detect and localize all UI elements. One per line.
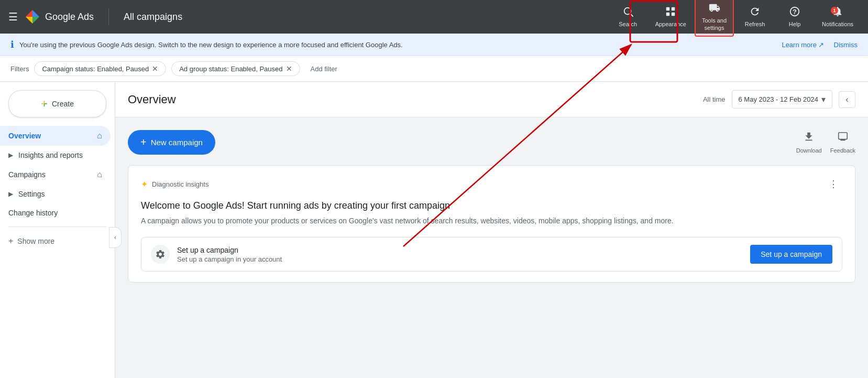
info-banner: ℹ You're using the previous Google Ads d… — [0, 34, 868, 56]
collapse-right-button[interactable]: ‹ — [839, 91, 855, 108]
date-range-button[interactable]: 6 May 2023 - 12 Feb 2024 ▾ — [732, 90, 833, 109]
download-label: Download — [796, 147, 822, 154]
sidebar-divider — [8, 226, 106, 227]
feedback-label: Feedback — [830, 147, 855, 154]
tools-icon — [709, 2, 720, 16]
sidebar-item-campaigns[interactable]: Campaigns ⌂ — [0, 165, 111, 185]
setup-text: Set up a campaign Set up a campaign in y… — [177, 246, 282, 263]
sparkle-icon: ✦ — [141, 179, 148, 189]
create-plus-icon: + — [41, 97, 48, 111]
content-body: + New campaign Download — [115, 117, 868, 295]
setup-subtitle: Set up a campaign in your account — [177, 255, 282, 263]
top-navigation: ☰ Google Ads All campaigns — [0, 0, 868, 34]
sidebar-item-change-history-left: Change history — [8, 209, 58, 217]
svg-rect-7 — [672, 13, 675, 16]
collapse-sidebar-button[interactable]: ‹ — [109, 227, 122, 248]
nav-left: ☰ Google Ads All campaigns — [8, 8, 609, 25]
show-more-button[interactable]: + Show more — [0, 231, 115, 251]
notifications-button[interactable]: 1 Notifications — [816, 2, 860, 32]
appearance-button[interactable]: Appearance — [649, 2, 693, 32]
filters-bar: Filters Campaign status: Enabled, Paused… — [0, 56, 868, 82]
feedback-button[interactable]: Feedback — [830, 131, 855, 154]
setup-title: Set up a campaign — [177, 246, 282, 254]
overview-controls: All time 6 May 2023 - 12 Feb 2024 ▾ ‹ — [703, 90, 855, 109]
nav-divider — [108, 8, 109, 25]
more-options-button[interactable]: ⋮ — [825, 176, 842, 192]
learn-more-link[interactable]: Learn more ↗ — [782, 41, 824, 49]
download-icon — [803, 131, 815, 145]
sidebar-item-insights-left: ▶ Insights and reports — [8, 151, 83, 159]
add-filter-button[interactable]: Add filter — [305, 62, 343, 75]
tools-settings-button[interactable]: Tools andsettings — [695, 0, 734, 37]
svg-rect-4 — [666, 7, 669, 10]
ad-group-status-filter[interactable]: Ad group status: Enabled, Paused ✕ — [171, 61, 300, 76]
svg-rect-6 — [666, 13, 669, 16]
download-button[interactable]: Download — [796, 131, 822, 154]
overview-header: Overview All time 6 May 2023 - 12 Feb 20… — [115, 82, 868, 117]
insight-card: ✦ Diagnostic insights ⋮ Welcome to Googl… — [128, 165, 855, 283]
setup-campaign-button[interactable]: Set up a campaign — [750, 245, 832, 264]
main-layout: + Create Overview ⌂ ▶ Insights and repor… — [0, 82, 868, 378]
svg-rect-5 — [672, 7, 675, 10]
filters-label: Filters — [10, 65, 29, 73]
google-ads-logo: Google Ads — [24, 8, 94, 25]
overview-title: Overview — [128, 93, 176, 106]
sidebar-item-change-history[interactable]: Change history — [0, 203, 111, 222]
date-range-chevron-icon: ▾ — [821, 94, 826, 104]
dismiss-banner-button[interactable]: Dismiss — [834, 41, 858, 49]
search-label: Search — [619, 21, 637, 28]
sidebar-item-insights[interactable]: ▶ Insights and reports — [0, 146, 111, 165]
campaigns-home-icon: ⌂ — [97, 170, 102, 179]
action-icons: Download Feedback — [796, 131, 855, 154]
expand-insights-icon: ▶ — [8, 152, 13, 159]
content-area: Overview All time 6 May 2023 - 12 Feb 20… — [115, 82, 868, 378]
sidebar-item-overview-left: Overview — [8, 132, 41, 140]
notifications-icon: 1 — [832, 6, 843, 20]
sidebar-item-settings[interactable]: ▶ Settings — [0, 185, 111, 203]
all-time-label: All time — [703, 95, 726, 103]
campaign-status-filter[interactable]: Campaign status: Enabled, Paused ✕ — [34, 61, 166, 76]
collapse-sidebar-icon: ‹ — [114, 234, 116, 241]
create-label: Create — [52, 100, 74, 108]
action-row: + New campaign Download — [128, 130, 855, 155]
sidebar-wrapper: + Create Overview ⌂ ▶ Insights and repor… — [0, 82, 115, 378]
help-button[interactable]: ? Help — [776, 2, 814, 32]
sidebar-item-settings-left: ▶ Settings — [8, 190, 45, 198]
hamburger-menu-icon[interactable]: ☰ — [8, 10, 18, 23]
change-history-label: Change history — [8, 209, 58, 217]
refresh-icon — [749, 6, 761, 20]
svg-line-3 — [630, 14, 633, 16]
new-campaign-plus-icon: + — [140, 136, 147, 148]
refresh-button[interactable]: Refresh — [736, 2, 774, 32]
collapse-right-icon: ‹ — [845, 95, 848, 104]
insight-header-label: Diagnostic insights — [152, 180, 208, 188]
campaign-status-close-icon: ✕ — [152, 64, 158, 73]
create-button[interactable]: + Create — [8, 90, 106, 117]
home-icon: ⌂ — [97, 131, 102, 141]
settings-label: Settings — [18, 190, 45, 198]
new-campaign-button[interactable]: + New campaign — [128, 130, 215, 155]
campaign-status-label: Campaign status: Enabled, Paused — [42, 65, 149, 73]
date-range-value: 6 May 2023 - 12 Feb 2024 — [739, 95, 819, 103]
welcome-text: A campaign allows you to promote your pr… — [141, 215, 842, 226]
svg-rect-10 — [839, 133, 848, 139]
logo-icon — [24, 8, 41, 25]
insight-card-title: ✦ Diagnostic insights — [141, 179, 208, 189]
feedback-icon — [837, 131, 849, 145]
banner-text: You're using the previous Google Ads des… — [19, 41, 776, 49]
page-title: All campaigns — [124, 12, 182, 23]
welcome-heading: Welcome to Google Ads! Start running ads… — [141, 200, 842, 211]
new-campaign-label: New campaign — [151, 138, 203, 147]
show-more-plus-icon: + — [8, 236, 13, 246]
ad-group-status-label: Ad group status: Enabled, Paused — [179, 65, 282, 73]
logo-text: Google Ads — [45, 12, 94, 23]
sidebar: + Create Overview ⌂ ▶ Insights and repor… — [0, 82, 115, 378]
setup-icon — [151, 245, 170, 264]
insight-card-header: ✦ Diagnostic insights ⋮ — [141, 176, 842, 192]
ad-group-status-close-icon: ✕ — [286, 64, 292, 73]
overview-label: Overview — [8, 132, 41, 140]
sidebar-item-campaigns-left: Campaigns — [8, 170, 46, 179]
search-button[interactable]: Search — [609, 2, 647, 32]
sidebar-item-overview[interactable]: Overview ⌂ — [0, 126, 111, 146]
help-icon: ? — [789, 6, 800, 20]
